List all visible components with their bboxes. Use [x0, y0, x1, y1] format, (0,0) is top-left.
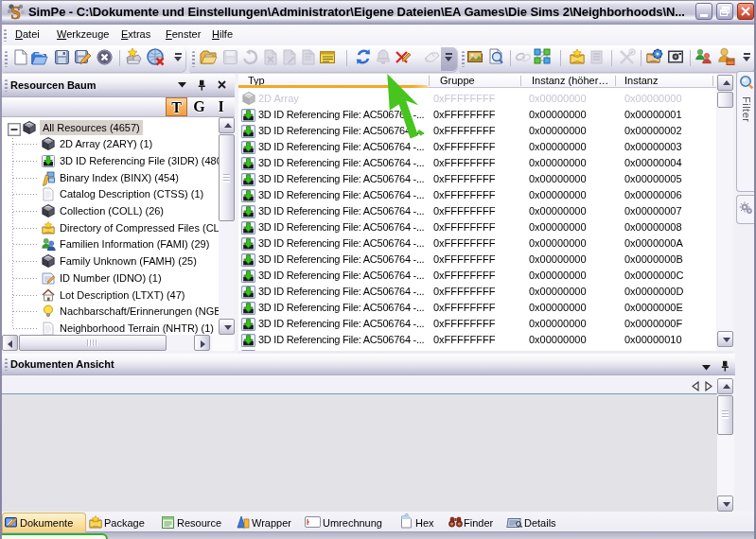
svg-text:S: S — [10, 3, 21, 23]
